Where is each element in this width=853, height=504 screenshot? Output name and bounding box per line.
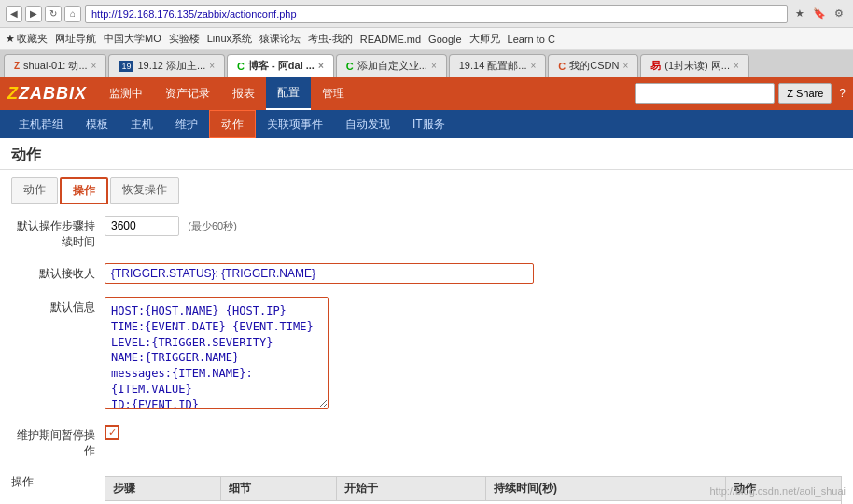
back-button[interactable]: ◀ [6, 6, 22, 22]
tab-close3[interactable]: × [318, 61, 324, 71]
subnav-itservices[interactable]: IT服务 [401, 110, 456, 138]
message-textarea[interactable]: HOST:{HOST.NAME} {HOST.IP} TIME:{EVENT.D… [105, 297, 329, 409]
help-button[interactable]: ? [839, 87, 846, 100]
app: ZZABBIX 监测中 资产记录 报表 配置 管理 Z Share ? 主机群组… [0, 77, 853, 504]
col-action: 动作 [726, 477, 842, 501]
message-label: 默认信息 [11, 297, 105, 315]
bookmark-forum[interactable]: 猿课论坛 [259, 32, 301, 46]
nav-config[interactable]: 配置 [266, 77, 311, 110]
subnav-correlated[interactable]: 关联项事件 [256, 110, 334, 138]
tab-favicon2: 19 [119, 61, 133, 72]
bookmark-google[interactable]: Google [428, 34, 461, 45]
col-start: 开始于 [336, 477, 485, 501]
tab-blog[interactable]: C 博客 - 阿dai ... × [227, 54, 334, 77]
tab-favicon6: C [558, 61, 566, 72]
tab-add-host[interactable]: 19 19.12 添加主... × [108, 54, 225, 77]
bookmarks-bar: ★ 收藏夹 网址导航 中国大学MO 实验楼 Linux系统 猿课论坛 考虫-我的… [0, 28, 853, 50]
tab-recovery[interactable]: 恢复操作 [110, 177, 179, 204]
tab-label4: 添加自定义业... [357, 59, 427, 73]
subnav-hostgroups[interactable]: 主机群组 [7, 110, 75, 138]
tab-label7: (1封未读) 网... [664, 59, 730, 73]
nav-reports[interactable]: 报表 [221, 77, 266, 110]
subnav-hosts[interactable]: 主机 [119, 110, 164, 138]
step-duration-input[interactable] [105, 216, 179, 236]
bookmark-university[interactable]: 中国大学MO [104, 32, 161, 46]
zabbix-logo: ZZABBIX [7, 84, 87, 104]
bookmark-icon[interactable]: 🔖 [811, 6, 828, 22]
bookmark-label: 收藏夹 [17, 32, 48, 46]
tab-close6[interactable]: × [622, 61, 628, 71]
tab-csdn[interactable]: C 我的CSDN × [548, 54, 638, 77]
tab-label3: 博客 - 阿dai ... [248, 59, 315, 73]
bookmark-nav[interactable]: 网址导航 [55, 32, 96, 46]
page-title-bar: 动作 [0, 138, 853, 170]
subnav-templates[interactable]: 模板 [75, 110, 119, 138]
star-icon[interactable]: ★ [791, 6, 808, 22]
message-control: HOST:{HOST.NAME} {HOST.IP} TIME:{EVENT.D… [105, 297, 842, 412]
ops-label: 操作 [11, 472, 105, 490]
tab-favicon: Z [14, 61, 20, 71]
tab-close[interactable]: × [91, 61, 97, 71]
tab-close7[interactable]: × [734, 61, 739, 71]
bookmark-lab[interactable]: 实验楼 [169, 32, 200, 46]
tab-favicon7: 易 [650, 59, 661, 73]
step-duration-control: (最少60秒) [105, 216, 842, 236]
bookmark-learnc[interactable]: Learn to C [508, 34, 555, 45]
nav-monitor[interactable]: 监测中 [98, 77, 154, 110]
nav-admin[interactable]: 管理 [311, 77, 356, 110]
sub-nav: 主机群组 模板 主机 维护 动作 关联项事件 自动发现 IT服务 [0, 110, 853, 138]
search-button[interactable]: Z Share [778, 83, 832, 104]
bookmark-dashi[interactable]: 大师兄 [469, 32, 500, 46]
tab-mail[interactable]: 易 (1封未读) 网... × [640, 54, 749, 77]
bookmark-favorites[interactable]: ★ 收藏夹 [6, 32, 48, 46]
maintenance-checkbox-wrapper [105, 425, 842, 440]
home-button[interactable]: ⌂ [64, 6, 81, 22]
message-row: 默认信息 HOST:{HOST.NAME} {HOST.IP} TIME:{EV… [11, 297, 842, 415]
recipient-input[interactable] [105, 263, 534, 284]
tab-config[interactable]: 19.14 配置邮... × [449, 54, 547, 77]
search-input[interactable] [635, 83, 775, 104]
subnav-actions[interactable]: 动作 [209, 110, 256, 138]
browser-right-icons: ★ 🔖 ⚙ [791, 6, 847, 22]
bookmark-readme[interactable]: README.md [360, 34, 421, 45]
tab-label6: 我的CSDN [569, 59, 619, 73]
tab-favicon4: C [346, 61, 354, 72]
star-icon: ★ [6, 33, 15, 45]
settings-icon[interactable]: ⚙ [831, 6, 847, 22]
nav-search: Z Share ? [635, 83, 846, 104]
ops-table-header: 步骤 细节 开始于 持续时间(秒) 动作 [105, 477, 842, 501]
maintenance-checkbox[interactable] [105, 425, 119, 440]
tab-shuai[interactable]: Z shuai-01: 动... × [4, 54, 106, 77]
subnav-discovery[interactable]: 自动发现 [334, 110, 401, 138]
browser-bar: ◀ ▶ ↻ ⌂ ★ 🔖 ⚙ [0, 0, 853, 28]
step-duration-label: 默认操作步骤持续时间 [11, 216, 105, 250]
inner-tabs: 动作 操作 恢复操作 [11, 177, 842, 204]
subnav-maintenance[interactable]: 维护 [164, 110, 209, 138]
page-title: 动作 [11, 146, 842, 165]
col-detail: 细节 [220, 477, 336, 501]
ops-row: 操作 步骤 细节 开始于 持续时间(秒) 动作 [11, 472, 842, 504]
address-bar[interactable] [85, 5, 788, 23]
step-duration-row: 默认操作步骤持续时间 (最少60秒) [11, 216, 842, 254]
tab-label5: 19.14 配置邮... [459, 59, 527, 73]
step-duration-hint: (最少60秒) [188, 220, 237, 231]
tab-action[interactable]: 动作 [11, 177, 58, 204]
bookmark-linux[interactable]: Linux系统 [207, 32, 252, 46]
bookmark-exam[interactable]: 考虫-我的 [308, 32, 353, 46]
refresh-button[interactable]: ↻ [45, 6, 62, 22]
tab-custom[interactable]: C 添加自定义业... × [336, 54, 447, 77]
ops-new-row: 新的 [105, 501, 842, 505]
col-step: 步骤 [105, 477, 221, 501]
maintenance-row: 维护期间暂停操作 [11, 425, 842, 463]
tab-label2: 19.12 添加主... [137, 59, 205, 73]
nav-assets[interactable]: 资产记录 [154, 77, 221, 110]
recipient-label: 默认接收人 [11, 263, 105, 282]
tab-close5[interactable]: × [531, 61, 537, 71]
tab-close4[interactable]: × [431, 61, 437, 71]
tab-close2[interactable]: × [209, 61, 215, 71]
forward-button[interactable]: ▶ [25, 6, 42, 22]
recipient-row: 默认接收人 [11, 263, 842, 287]
maintenance-control [105, 425, 842, 440]
top-nav: ZZABBIX 监测中 资产记录 报表 配置 管理 Z Share ? [0, 77, 853, 110]
tab-operation[interactable]: 操作 [60, 177, 108, 204]
